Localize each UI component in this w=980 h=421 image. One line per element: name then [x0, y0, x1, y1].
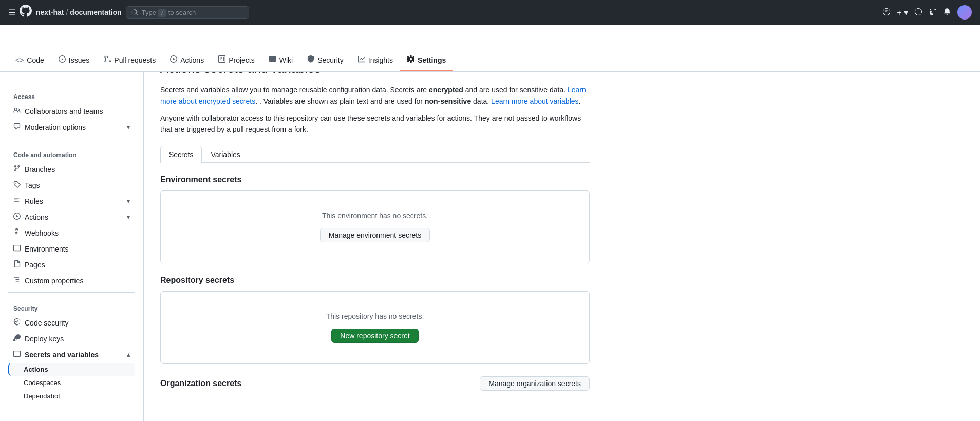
copilot-icon[interactable] [882, 8, 891, 17]
top-nav-left: ☰ next-hat / documentation Type / to sea… [8, 4, 876, 21]
description-block: Secrets and variables allow you to manag… [160, 84, 590, 136]
org-name[interactable]: next-hat [36, 8, 64, 16]
pr-icon [104, 55, 111, 64]
sidebar-item-deploy-keys[interactable]: Deploy keys [8, 331, 135, 346]
tags-label: Tags [25, 181, 130, 189]
nav-projects[interactable]: Projects [211, 49, 262, 71]
desc-bold-encrypted: encrypted [429, 86, 463, 94]
repo-name[interactable]: documentation [70, 8, 121, 16]
new-repo-secret-button[interactable]: New repository secret [331, 329, 418, 343]
sidebar-item-actions[interactable]: Actions ▾ [8, 209, 135, 224]
pages-icon [13, 260, 21, 269]
sidebar-divider-3 [8, 292, 135, 293]
fork-icon[interactable] [929, 8, 937, 17]
secrets-chevron: ▴ [127, 351, 130, 358]
code-automation-header: Code and automation [8, 143, 135, 162]
sidebar-divider-4 [8, 411, 135, 411]
nav-security[interactable]: Security [300, 49, 351, 71]
settings-sidebar: General Access Collaborators and teams M… [0, 49, 144, 421]
wiki-icon [269, 55, 276, 64]
sidebar-item-webhooks[interactable]: Webhooks [8, 225, 135, 240]
insights-icon [358, 55, 365, 64]
repo-secrets-section-title: Repository secrets [160, 276, 590, 285]
search-text: Type / to search [142, 9, 196, 16]
webhooks-icon [13, 228, 21, 237]
top-nav-right: + ▾ [882, 5, 972, 20]
repo-navigation: <> Code Issues Pull requests Actions Pro… [0, 49, 980, 72]
sidebar-item-collaborators[interactable]: Collaborators and teams [8, 104, 135, 119]
org-secrets-title: Organization secrets [160, 379, 241, 388]
actions-subitem-label: Actions [24, 366, 48, 373]
actions-nav-icon [170, 55, 177, 64]
moderation-label: Moderation options [25, 123, 123, 131]
branches-icon [13, 165, 21, 174]
sidebar-subitem-dependabot[interactable]: Dependabot [8, 390, 135, 403]
dependabot-subitem-label: Dependabot [24, 392, 60, 400]
issues-icon [59, 55, 66, 64]
desc-text-1: Secrets and variables allow you to manag… [160, 86, 427, 94]
activity-icon[interactable] [914, 8, 922, 17]
desc-text-2: and are used for sensitive data. [465, 86, 566, 94]
sidebar-item-pages[interactable]: Pages [8, 257, 135, 272]
access-section-header: Access [8, 85, 135, 104]
security-section-header: Security [8, 297, 135, 315]
collaborators-icon [13, 107, 21, 116]
environments-icon [13, 244, 21, 253]
codespaces-subitem-label: Codespaces [24, 379, 61, 387]
sidebar-subitem-codespaces[interactable]: Codespaces [8, 376, 135, 389]
tab-variables[interactable]: Variables [202, 146, 249, 163]
nav-pull-requests[interactable]: Pull requests [97, 49, 163, 71]
deploy-keys-icon [13, 334, 21, 343]
deploy-keys-label: Deploy keys [25, 335, 130, 343]
repo-secrets-box: This repository has no secrets. New repo… [160, 291, 590, 364]
sidebar-item-branches[interactable]: Branches [8, 162, 135, 177]
security-icon [307, 55, 314, 64]
manage-env-secrets-button[interactable]: Manage environment secrets [320, 228, 430, 242]
nav-settings[interactable]: Settings [400, 49, 453, 71]
search-box[interactable]: Type / to search [126, 6, 249, 19]
custom-properties-icon [13, 276, 21, 285]
sidebar-item-secrets-variables[interactable]: Secrets and variables ▴ [8, 347, 135, 362]
sidebar-item-environments[interactable]: Environments [8, 241, 135, 256]
bell-icon[interactable] [943, 8, 951, 17]
desc-text-3: . Variables are shown as plain text and … [259, 97, 423, 105]
sidebar-item-moderation[interactable]: Moderation options ▾ [8, 120, 135, 135]
repo-breadcrumb: next-hat / documentation [36, 8, 122, 16]
sidebar-item-tags[interactable]: Tags [8, 178, 135, 193]
avatar[interactable] [957, 5, 972, 20]
tabs-container: Secrets Variables [160, 146, 590, 163]
nav-insights[interactable]: Insights [351, 49, 400, 71]
learn-more-variables-link[interactable]: Learn more about variables [491, 97, 578, 105]
webhooks-label: Webhooks [25, 229, 130, 237]
nav-code[interactable]: <> Code [8, 50, 51, 71]
sidebar-item-code-security[interactable]: Code security [8, 315, 135, 330]
code-security-icon [13, 318, 21, 327]
main-content: Actions secrets and variables Secrets an… [144, 49, 606, 421]
actions-sidebar-icon [13, 213, 21, 221]
sidebar-divider-1 [8, 81, 135, 81]
custom-properties-label: Custom properties [25, 277, 130, 285]
svg-point-1 [915, 8, 921, 15]
plus-icon[interactable]: + ▾ [897, 8, 908, 17]
nav-issues[interactable]: Issues [51, 49, 97, 71]
main-layout: General Access Collaborators and teams M… [0, 49, 980, 421]
breadcrumb-slash: / [66, 8, 68, 16]
org-secrets-row: Organization secrets Manage organization… [160, 376, 590, 391]
sidebar-subitem-actions[interactable]: Actions [8, 363, 135, 376]
moderation-icon [13, 123, 21, 131]
actions-sidebar-label: Actions [25, 213, 123, 221]
rules-chevron: ▾ [127, 198, 130, 205]
pages-label: Pages [25, 261, 130, 269]
tab-secrets[interactable]: Secrets [160, 146, 202, 163]
sidebar-item-rules[interactable]: Rules ▾ [8, 194, 135, 208]
manage-org-secrets-button[interactable]: Manage organization secrets [480, 376, 590, 391]
hamburger-menu-icon[interactable]: ☰ [8, 8, 15, 17]
env-secrets-section-title: Environment secrets [160, 175, 590, 184]
moderation-chevron: ▾ [127, 124, 130, 131]
nav-wiki[interactable]: Wiki [262, 49, 300, 71]
desc-text-5: Anyone with collaborator access to this … [160, 114, 581, 133]
nav-actions[interactable]: Actions [163, 49, 211, 71]
github-logo[interactable] [20, 4, 32, 21]
sidebar-item-custom-properties[interactable]: Custom properties [8, 273, 135, 288]
env-secrets-empty: This environment has no secrets. [171, 212, 579, 220]
